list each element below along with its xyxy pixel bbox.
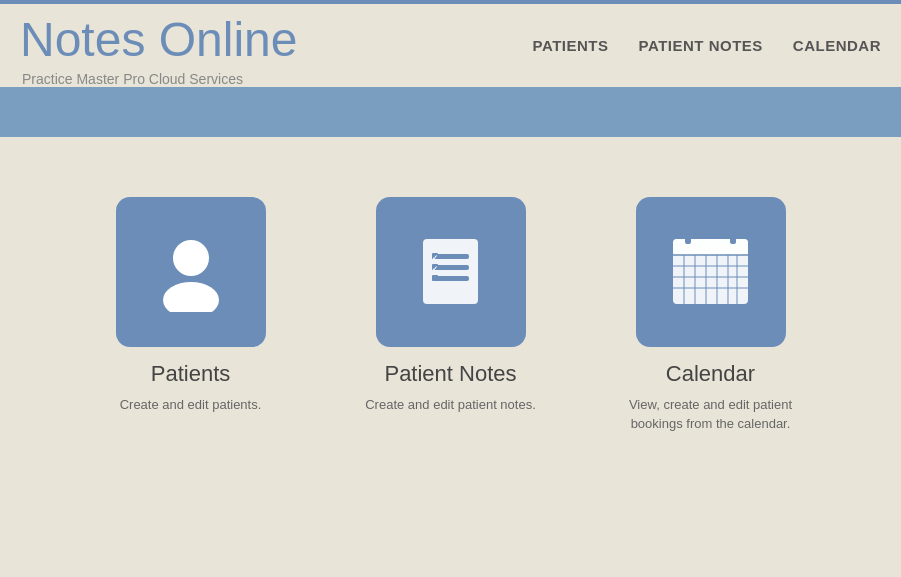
svg-rect-8 xyxy=(432,275,438,281)
svg-rect-24 xyxy=(730,234,736,244)
nav-patients[interactable]: PATIENTS xyxy=(533,37,609,54)
nav-calendar[interactable]: CALENDAR xyxy=(793,37,881,54)
svg-text:✓: ✓ xyxy=(432,265,438,272)
svg-rect-12 xyxy=(673,239,748,255)
app-title: Notes Online xyxy=(20,14,297,67)
calendar-icon-box xyxy=(636,197,786,347)
svg-point-1 xyxy=(163,282,219,312)
main-content: Patients Create and edit patients. ✓ ✓ P… xyxy=(0,137,901,474)
calendar-icon xyxy=(663,224,758,319)
banner xyxy=(0,87,901,137)
patient-notes-card-desc: Create and edit patient notes. xyxy=(365,395,536,415)
svg-text:✓: ✓ xyxy=(432,254,438,261)
card-calendar[interactable]: Calendar View, create and edit patient b… xyxy=(621,197,801,434)
nav-patient-notes[interactable]: PATIENT NOTES xyxy=(639,37,763,54)
svg-rect-23 xyxy=(685,234,691,244)
main-nav: PATIENTS PATIENT NOTES CALENDAR xyxy=(533,37,881,64)
patients-icon-box xyxy=(116,197,266,347)
calendar-card-title: Calendar xyxy=(666,361,755,387)
patients-card-title: Patients xyxy=(151,361,231,387)
header-left: Notes Online Practice Master Pro Cloud S… xyxy=(20,14,297,87)
header: Notes Online Practice Master Pro Cloud S… xyxy=(0,4,901,87)
card-patient-notes[interactable]: ✓ ✓ Patient Notes Create and edit patien… xyxy=(361,197,541,415)
calendar-card-desc: View, create and edit patient bookings f… xyxy=(621,395,801,434)
patient-notes-icon-box: ✓ ✓ xyxy=(376,197,526,347)
app-subtitle: Practice Master Pro Cloud Services xyxy=(20,71,297,87)
card-patients[interactable]: Patients Create and edit patients. xyxy=(101,197,281,415)
svg-point-0 xyxy=(173,240,209,276)
patient-notes-card-title: Patient Notes xyxy=(384,361,516,387)
notes-icon: ✓ ✓ xyxy=(408,229,493,314)
person-icon xyxy=(151,232,231,312)
patients-card-desc: Create and edit patients. xyxy=(120,395,262,415)
